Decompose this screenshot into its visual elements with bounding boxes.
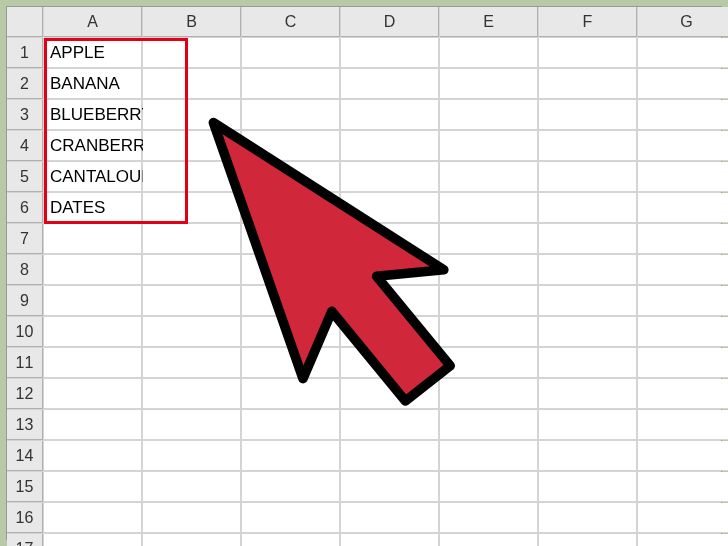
cell-f4[interactable]	[539, 131, 637, 161]
cell-b12[interactable]	[143, 379, 241, 409]
cell-d4[interactable]	[341, 131, 439, 161]
cell-d11[interactable]	[341, 348, 439, 378]
cell-e14[interactable]	[440, 441, 538, 471]
cell-c4[interactable]	[242, 131, 340, 161]
row-head-15[interactable]: 15	[7, 472, 43, 502]
col-head-c[interactable]: C	[242, 7, 340, 37]
cell-d8[interactable]	[341, 255, 439, 285]
cell-d14[interactable]	[341, 441, 439, 471]
cell-g13[interactable]	[638, 410, 728, 440]
cell-g10[interactable]	[638, 317, 728, 347]
cell-d2[interactable]	[341, 69, 439, 99]
cell-c8[interactable]	[242, 255, 340, 285]
cell-g5[interactable]	[638, 162, 728, 192]
cell-f17[interactable]	[539, 534, 637, 546]
col-head-f[interactable]: F	[539, 7, 637, 37]
row-head-17[interactable]: 17	[7, 534, 43, 546]
cell-f12[interactable]	[539, 379, 637, 409]
cell-a1[interactable]: APPLE	[44, 38, 142, 68]
row-head-13[interactable]: 13	[7, 410, 43, 440]
cell-c13[interactable]	[242, 410, 340, 440]
cell-c7[interactable]	[242, 224, 340, 254]
row-head-12[interactable]: 12	[7, 379, 43, 409]
cell-c5[interactable]	[242, 162, 340, 192]
cell-g15[interactable]	[638, 472, 728, 502]
row-head-6[interactable]: 6	[7, 193, 43, 223]
cell-g11[interactable]	[638, 348, 728, 378]
row-head-10[interactable]: 10	[7, 317, 43, 347]
cell-d16[interactable]	[341, 503, 439, 533]
cell-b13[interactable]	[143, 410, 241, 440]
cell-g1[interactable]	[638, 38, 728, 68]
cell-b6[interactable]	[143, 193, 241, 223]
cell-f9[interactable]	[539, 286, 637, 316]
cell-g6[interactable]	[638, 193, 728, 223]
cell-a8[interactable]	[44, 255, 142, 285]
cell-d13[interactable]	[341, 410, 439, 440]
cell-c12[interactable]	[242, 379, 340, 409]
cell-b7[interactable]	[143, 224, 241, 254]
cell-d10[interactable]	[341, 317, 439, 347]
cell-d6[interactable]	[341, 193, 439, 223]
cell-a10[interactable]	[44, 317, 142, 347]
row-head-3[interactable]: 3	[7, 100, 43, 130]
cell-e15[interactable]	[440, 472, 538, 502]
cell-b8[interactable]	[143, 255, 241, 285]
cell-g12[interactable]	[638, 379, 728, 409]
row-head-8[interactable]: 8	[7, 255, 43, 285]
row-head-1[interactable]: 1	[7, 38, 43, 68]
row-head-11[interactable]: 11	[7, 348, 43, 378]
col-head-a[interactable]: A	[44, 7, 142, 37]
cell-e7[interactable]	[440, 224, 538, 254]
cell-g8[interactable]	[638, 255, 728, 285]
cell-e11[interactable]	[440, 348, 538, 378]
cell-f15[interactable]	[539, 472, 637, 502]
cell-f11[interactable]	[539, 348, 637, 378]
col-head-d[interactable]: D	[341, 7, 439, 37]
cell-d12[interactable]	[341, 379, 439, 409]
cell-a2[interactable]: BANANA	[44, 69, 142, 99]
cell-e13[interactable]	[440, 410, 538, 440]
cell-f7[interactable]	[539, 224, 637, 254]
row-head-4[interactable]: 4	[7, 131, 43, 161]
cell-f6[interactable]	[539, 193, 637, 223]
cell-e1[interactable]	[440, 38, 538, 68]
col-head-e[interactable]: E	[440, 7, 538, 37]
cell-e8[interactable]	[440, 255, 538, 285]
row-head-2[interactable]: 2	[7, 69, 43, 99]
cell-a6[interactable]: DATES	[44, 193, 142, 223]
cell-g9[interactable]	[638, 286, 728, 316]
cell-a15[interactable]	[44, 472, 142, 502]
cell-b16[interactable]	[143, 503, 241, 533]
cell-e4[interactable]	[440, 131, 538, 161]
cell-a12[interactable]	[44, 379, 142, 409]
cell-e10[interactable]	[440, 317, 538, 347]
cell-b10[interactable]	[143, 317, 241, 347]
cell-g14[interactable]	[638, 441, 728, 471]
row-head-7[interactable]: 7	[7, 224, 43, 254]
row-head-16[interactable]: 16	[7, 503, 43, 533]
cell-g4[interactable]	[638, 131, 728, 161]
cell-d17[interactable]	[341, 534, 439, 546]
cell-a4[interactable]: CRANBERRY	[44, 131, 142, 161]
cell-c1[interactable]	[242, 38, 340, 68]
cell-b14[interactable]	[143, 441, 241, 471]
cell-c16[interactable]	[242, 503, 340, 533]
cell-a9[interactable]	[44, 286, 142, 316]
cell-f1[interactable]	[539, 38, 637, 68]
cell-a13[interactable]	[44, 410, 142, 440]
cell-d7[interactable]	[341, 224, 439, 254]
row-head-9[interactable]: 9	[7, 286, 43, 316]
row-head-14[interactable]: 14	[7, 441, 43, 471]
cell-b11[interactable]	[143, 348, 241, 378]
cell-a14[interactable]	[44, 441, 142, 471]
cell-b3[interactable]	[143, 100, 241, 130]
cell-f10[interactable]	[539, 317, 637, 347]
cell-e3[interactable]	[440, 100, 538, 130]
cell-a11[interactable]	[44, 348, 142, 378]
row-head-5[interactable]: 5	[7, 162, 43, 192]
cell-c2[interactable]	[242, 69, 340, 99]
cell-b15[interactable]	[143, 472, 241, 502]
cell-e17[interactable]	[440, 534, 538, 546]
cell-c9[interactable]	[242, 286, 340, 316]
